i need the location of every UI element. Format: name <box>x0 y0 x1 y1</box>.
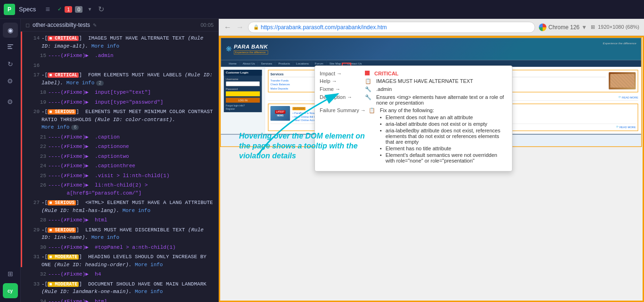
log-line-31: 31 -[■ MODERATE] HEADING LEVELS SHOULD O… <box>24 252 218 269</box>
line-number: 22 <box>35 143 46 151</box>
more-info-link-29[interactable]: More info <box>91 235 119 240</box>
line-number: 31 <box>28 253 40 261</box>
more-info-link-17[interactable]: More info <box>66 80 94 86</box>
pb-nav-home[interactable]: Home <box>226 60 240 67</box>
log-text: -[■ MODERATE] DOCUMENT SHOULD HAVE ONE M… <box>41 280 214 296</box>
line-number: 26 <box>35 181 46 189</box>
log-text: ----(✗Fixme)▶ .captionone <box>48 143 214 151</box>
sidebar-icon-cy[interactable]: cy <box>3 283 18 298</box>
tooltip-failure-content: Fix any of the following: Element does n… <box>380 107 507 164</box>
pb-nav-locations[interactable]: Locations <box>293 60 312 67</box>
browser-content: Impact → CRITICAL Help → 📋 IMAGES MUST H… <box>219 36 644 302</box>
line-number: 17 <box>28 71 40 79</box>
url-bar[interactable]: 🔒 https://parabank.parasoft.com/parabank… <box>248 22 535 33</box>
file-icon: ◻ <box>25 22 30 28</box>
line-number: 19 <box>35 98 46 106</box>
log-text: ----(✗Fixme)▶ .admin <box>48 52 214 60</box>
sidebar-icon-tests[interactable] <box>3 40 18 55</box>
log-line-30: 30 ----(✗Fixme)▶ #topPanel > a:nth-child… <box>24 243 218 253</box>
bullet-3: aria-labelledby attribute does not exist… <box>380 128 507 145</box>
pb-nav-about[interactable]: About Us <box>240 60 258 67</box>
log-line-32: 32 ----(✗Fixme)▶ h4 <box>24 269 218 279</box>
log-line-17: 17 -[■ CRITICAL] FORM ELEMENTS MUST HAVE… <box>24 70 218 88</box>
back-icon[interactable]: ← <box>223 23 232 32</box>
hamburger-icon[interactable]: ≡ <box>43 5 52 14</box>
line-number: 29 <box>28 226 40 234</box>
tooltip-fixme-value: .admin <box>376 86 392 92</box>
edit-icon[interactable]: ✎ <box>93 23 97 28</box>
log-text: ----(✗Fixme)▶ h4 <box>48 270 214 278</box>
pb-nav-products[interactable]: Products <box>275 60 293 67</box>
app-icon: P <box>4 4 15 15</box>
line-number: 15 <box>35 52 46 60</box>
log-line-21: 21 ----(✗Fixme)▶ .caption <box>24 132 218 142</box>
refresh-icon[interactable]: ↻ <box>97 5 105 14</box>
log-text: -[■ MODERATE] HEADING LEVELS SHOULD ONLY… <box>41 253 214 269</box>
log-line-20: 20 -[■ SERIOUS] ELEMENTS MUST MEET MINIM… <box>24 107 218 132</box>
tooltip-failure-label: Failure Summary → <box>320 107 366 113</box>
log-text: -[■ SERIOUS] <HTML> ELEMENT MUST HAVE A … <box>41 199 214 214</box>
pb-tagline: Experience the difference <box>603 41 636 45</box>
test-time: 00:05 <box>200 22 214 28</box>
bullet-4: Element has no title attribute <box>380 146 507 151</box>
more-info-link-33[interactable]: More info <box>135 289 163 294</box>
log-line-27: 27 -[■ SERIOUS] <HTML> ELEMENT MUST HAVE… <box>24 198 218 215</box>
log-text: ----(✗Fixme)▶ input[type="password"] <box>48 98 214 106</box>
tooltip-help-label: Help → <box>320 78 362 84</box>
tooltip-desc-value: Ensures <img> elements have alternate te… <box>376 94 507 106</box>
line-number: 14 <box>28 34 40 42</box>
sidebar-icon-settings2[interactable]: ⚙ <box>3 94 18 109</box>
test-name: other-accessibilty-tests <box>33 22 90 28</box>
right-panel: ← → 🔒 https://parabank.parasoft.com/para… <box>219 19 644 302</box>
log-text: ----(✗Fixme)▶ #topPanel > a:nth-child(1) <box>48 244 214 252</box>
log-text: ----(✗Fixme)▶ html <box>48 216 214 224</box>
chrome-badge: Chrome 126 ▼ <box>539 24 587 31</box>
line-number: 18 <box>35 89 46 97</box>
pb-password-input[interactable] <box>226 91 260 96</box>
line-number: 25 <box>35 172 46 180</box>
left-panel: ◻ other-accessibilty-tests ✎ 00:05 14 -[… <box>21 19 219 302</box>
svg-rect-1 <box>8 46 11 47</box>
pb-register-link[interactable]: Register <box>226 107 260 110</box>
pb-login-btn[interactable]: LOG IN <box>226 98 260 102</box>
more-info-link-27[interactable]: More info <box>123 208 150 213</box>
log-line-34: 34 ----(✗Fixme)▶ html <box>24 297 218 302</box>
line-number: 33 <box>28 280 40 288</box>
sidebar-icon-overview[interactable]: ◉ <box>3 23 18 38</box>
log-line-33: 33 -[■ MODERATE] DOCUMENT SHOULD HAVE ON… <box>24 279 218 297</box>
log-text: ----(✗Fixme)▶ .caption <box>48 133 214 141</box>
lock-icon: 🔒 <box>253 24 259 30</box>
left-panel-header: ◻ other-accessibilty-tests ✎ 00:05 <box>21 19 218 32</box>
resolution-badge: ⊞ 1920×1080 (68%) <box>591 24 639 30</box>
more-info-link-31[interactable]: More info <box>135 262 163 268</box>
log-text: -[■ SERIOUS] LINKS MUST HAVE DISCERNIBLE… <box>41 226 214 242</box>
log-line-14: 14 -[■ CRITICAL] IMAGES MUST HAVE ALTERN… <box>24 33 218 51</box>
sidebar-icons: ◉ ↻ ⚙ ⚙ ⊞ cy <box>0 19 21 302</box>
line-number: 16 <box>28 62 40 70</box>
pb-username-input[interactable] <box>226 82 260 86</box>
pb-forgot-link[interactable]: Forgot login info? <box>226 104 260 107</box>
expand-icon[interactable]: ▼ <box>85 5 94 14</box>
circle-badge: 0 <box>75 6 83 13</box>
more-info-link-20[interactable]: More info <box>41 124 69 130</box>
line-number: 32 <box>35 270 46 278</box>
line-number: 23 <box>35 153 46 161</box>
pb-nav-services[interactable]: Services <box>258 60 275 67</box>
sidebar-icon-settings[interactable]: ⚙ <box>3 73 18 89</box>
tooltip-desc-icon: 🔧 <box>365 94 372 100</box>
chrome-icon <box>539 24 546 31</box>
log-text: ----(✗Fixme)▶ html <box>48 298 214 302</box>
log-text: ----(✗Fixme)▶ input[type="text"] <box>48 89 214 97</box>
top-bar-title: Specs <box>19 6 36 13</box>
pb-news-img: LATEST NEWS <box>271 106 290 121</box>
sidebar-icon-grid[interactable]: ⊞ <box>3 266 18 281</box>
tooltip-desc-label: Description → <box>320 94 362 100</box>
pb-logo: ❋ PARA BANK Experience the difference <box>226 44 268 55</box>
more-info-link-14[interactable]: More info <box>91 43 119 49</box>
log-line-23: 23 ----(✗Fixme)▶ .captiontwo <box>24 152 218 162</box>
log-line-19: 19 ----(✗Fixme)▶ input[type="password"] <box>24 98 218 107</box>
forward-icon[interactable]: → <box>236 23 244 32</box>
tooltip-failure-icon: 📋 <box>369 107 375 114</box>
sidebar-icon-runner[interactable]: ↻ <box>3 57 18 72</box>
log-line-28: 28 ----(✗Fixme)▶ html <box>24 215 218 225</box>
